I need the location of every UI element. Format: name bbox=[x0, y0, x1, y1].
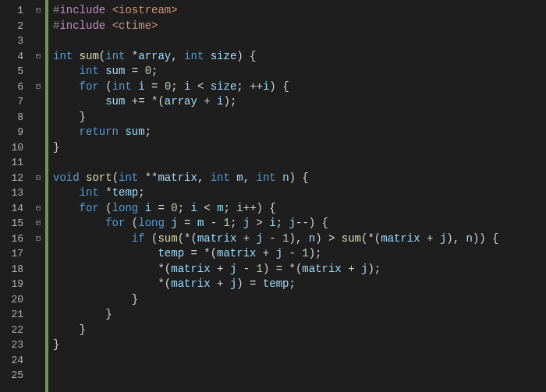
token-pl bbox=[53, 186, 80, 199]
fold-spacer bbox=[31, 277, 45, 292]
code-line[interactable]: } bbox=[53, 292, 546, 308]
token-pl: = *( bbox=[184, 247, 217, 260]
token-pl: ( bbox=[145, 232, 158, 245]
fold-toggle-icon[interactable]: ⊟ bbox=[31, 79, 45, 95]
token-pl: , bbox=[197, 171, 211, 184]
line-number: 19 bbox=[0, 277, 31, 292]
fold-spacer bbox=[31, 19, 45, 34]
code-line[interactable]: } bbox=[53, 337, 546, 353]
token-pl bbox=[53, 125, 80, 138]
code-line[interactable]: *(matrix + j - 1) = *(matrix + j); bbox=[53, 262, 546, 277]
token-fn: sum bbox=[80, 50, 99, 62]
code-line[interactable]: if (sum(*(matrix + j - 1), n) > sum(*(ma… bbox=[53, 231, 546, 247]
code-line[interactable]: #include <ctime> bbox=[53, 19, 546, 34]
code-line[interactable]: int sum = 0; bbox=[53, 64, 546, 79]
token-fn: sum bbox=[158, 232, 177, 245]
code-line[interactable]: } bbox=[53, 110, 546, 125]
token-id: i bbox=[236, 202, 243, 214]
code-line[interactable]: sum += *(array + i); bbox=[53, 94, 546, 110]
code-line[interactable]: for (long j = m - 1; j > i; j--) { bbox=[53, 216, 546, 231]
token-pl: } bbox=[53, 141, 59, 154]
token-pl: ( bbox=[99, 50, 105, 62]
fold-spacer bbox=[31, 262, 45, 277]
token-kw: for bbox=[80, 202, 99, 214]
token-id: i bbox=[269, 217, 275, 229]
token-pl: --) { bbox=[296, 217, 328, 229]
token-ty: int bbox=[211, 171, 237, 184]
fold-spacer bbox=[31, 140, 45, 156]
token-pl: ; bbox=[289, 277, 296, 290]
line-number: 2 bbox=[0, 19, 31, 34]
code-editor-area[interactable]: #include <iostream>#include <ctime>int s… bbox=[48, 0, 546, 392]
token-pl: - bbox=[204, 217, 223, 229]
code-line[interactable]: for (long i = 0; i < m; i++) { bbox=[53, 201, 546, 217]
code-line[interactable]: } bbox=[53, 140, 546, 156]
token-pl: = bbox=[178, 217, 197, 229]
token-id: temp bbox=[158, 247, 184, 260]
line-number: 9 bbox=[0, 125, 31, 140]
token-pr: array bbox=[138, 50, 171, 62]
token-num: 1 bbox=[302, 247, 308, 260]
code-line[interactable]: temp = *(matrix + j - 1); bbox=[53, 246, 546, 262]
code-line[interactable] bbox=[53, 155, 546, 171]
line-number: 22 bbox=[0, 323, 31, 338]
fold-toggle-icon[interactable]: ⊟ bbox=[31, 231, 45, 247]
fold-toggle-icon[interactable]: ⊟ bbox=[31, 3, 45, 19]
token-pl: } bbox=[53, 111, 86, 123]
code-line[interactable]: #include <iostream> bbox=[53, 3, 546, 19]
code-line[interactable]: return sum; bbox=[53, 125, 546, 140]
token-ty: long bbox=[112, 202, 145, 214]
code-line[interactable]: void sort(int **matrix, int m, int n) { bbox=[53, 171, 546, 186]
code-line[interactable] bbox=[53, 353, 546, 369]
token-pp: include bbox=[59, 4, 112, 16]
fold-spacer bbox=[31, 125, 45, 140]
token-pl: ( bbox=[99, 80, 112, 93]
token-pl: ) = bbox=[236, 277, 263, 290]
token-pl bbox=[53, 217, 105, 229]
code-line[interactable]: *(matrix + j) = temp; bbox=[53, 277, 546, 292]
token-num: 1 bbox=[257, 263, 263, 275]
line-number: 24 bbox=[0, 353, 31, 369]
line-number: 11 bbox=[0, 155, 31, 171]
fold-spacer bbox=[31, 292, 45, 308]
token-id: i bbox=[145, 202, 151, 214]
token-pl bbox=[53, 247, 158, 260]
fold-toggle-icon[interactable]: ⊟ bbox=[31, 49, 45, 65]
code-line[interactable]: } bbox=[53, 323, 546, 338]
token-id: temp bbox=[112, 186, 139, 199]
token-inc: <ctime> bbox=[112, 19, 158, 32]
token-pl: ) = *( bbox=[263, 263, 302, 275]
token-id: sum bbox=[105, 95, 125, 108]
token-pr: size bbox=[211, 50, 237, 62]
token-pl: *( bbox=[53, 263, 171, 275]
fold-toggle-icon[interactable]: ⊟ bbox=[31, 201, 45, 217]
code-line[interactable]: int sum(int *array, int size) { bbox=[53, 49, 546, 65]
fold-toggle-icon[interactable]: ⊟ bbox=[31, 216, 45, 231]
code-line[interactable]: for (int i = 0; i < size; ++i) { bbox=[53, 79, 546, 95]
line-number: 8 bbox=[0, 110, 31, 125]
token-pl: ; bbox=[230, 217, 243, 229]
token-id: matrix bbox=[171, 277, 210, 290]
token-id: n bbox=[466, 232, 473, 245]
token-num: 1 bbox=[282, 232, 289, 245]
code-line[interactable] bbox=[53, 368, 546, 383]
token-id: size bbox=[211, 80, 237, 93]
token-ty: int bbox=[257, 171, 283, 184]
token-pl: + bbox=[197, 95, 217, 108]
token-pl: ; bbox=[151, 65, 158, 77]
token-kw: for bbox=[105, 217, 125, 229]
code-line[interactable] bbox=[53, 34, 546, 49]
code-line[interactable]: } bbox=[53, 307, 546, 323]
token-pl: + bbox=[211, 277, 230, 290]
fold-toggle-icon[interactable]: ⊟ bbox=[31, 171, 45, 186]
line-number: 1 bbox=[0, 3, 31, 19]
token-fn: sort bbox=[86, 171, 112, 184]
token-id: matrix bbox=[197, 232, 236, 245]
code-line[interactable]: int *temp; bbox=[53, 185, 546, 201]
token-ty: int bbox=[105, 50, 132, 62]
fold-spacer bbox=[31, 368, 45, 383]
token-num: 1 bbox=[224, 217, 230, 229]
token-pl: (*( bbox=[361, 232, 381, 245]
token-pl: > bbox=[250, 217, 269, 229]
token-id: i bbox=[191, 202, 197, 214]
